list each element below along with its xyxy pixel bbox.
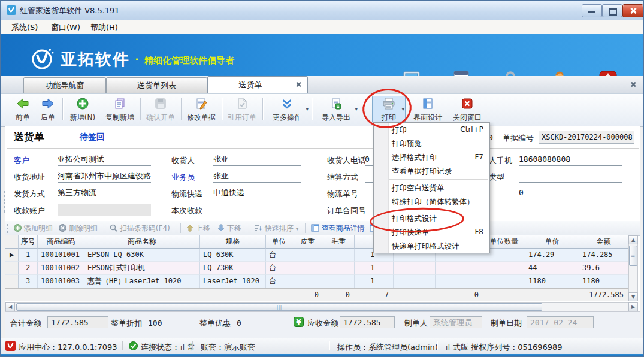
grid-cell[interactable] — [323, 262, 355, 275]
edit-doc-button[interactable]: 修改单据 — [183, 96, 220, 123]
ui-design-button[interactable]: 界面设计 — [409, 96, 446, 123]
grid-cell[interactable] — [266, 288, 292, 301]
grid-cell[interactable] — [394, 288, 436, 301]
grid-header-cell[interactable]: 序号 — [19, 235, 38, 249]
grid-header-cell[interactable]: 皮重 — [292, 235, 323, 249]
doc-no-value[interactable]: XSCKD-20170224-000008 — [539, 131, 634, 144]
vertical-scroll-thumb[interactable]: ≡ — [629, 246, 637, 266]
grid-cell[interactable] — [394, 275, 436, 288]
close-button[interactable] — [622, 4, 643, 17]
grid-cell[interactable] — [436, 262, 483, 275]
discount-field[interactable]: 100 — [148, 318, 188, 329]
maximize-button[interactable] — [602, 4, 622, 17]
grid-cell[interactable]: EPSON针式打印机 — [84, 262, 200, 275]
grid-cell[interactable]: 174.29 — [525, 249, 579, 262]
menu-item-special-print[interactable]: 特殊打印（简体转繁体） — [374, 195, 489, 208]
grid-cell[interactable]: LaserJet 1020 — [200, 275, 266, 288]
grid-cell[interactable] — [483, 262, 525, 275]
logistics-field[interactable]: 申通快递 — [213, 187, 301, 199]
grid-cell[interactable]: 1 — [19, 249, 38, 262]
grid-cell[interactable] — [323, 249, 355, 262]
grid-cell[interactable]: 台 — [266, 262, 292, 275]
grid-cell[interactable] — [483, 288, 525, 301]
grid-cell[interactable]: EPSON LQ-630K — [84, 249, 200, 262]
print-button[interactable]: 打印 ▾ — [372, 96, 406, 123]
grid-header-cell[interactable]: 毛重 — [323, 235, 355, 249]
menu-help[interactable]: 帮助(H) — [87, 22, 122, 34]
menu-item-print-blank-order[interactable]: 打印空白送货单 — [374, 181, 489, 195]
scroll-right-button[interactable]: ▶ — [628, 302, 638, 311]
total-amount-field[interactable]: 1772.585 — [47, 316, 108, 328]
menu-item-print-format-design[interactable]: 打印格式设计 — [374, 211, 489, 225]
grid-header-cell[interactable]: 单位 — [266, 235, 292, 249]
grid-cell[interactable]: 100101003 — [38, 275, 84, 288]
hidden-field-4[interactable] — [519, 204, 622, 216]
prev-doc-button[interactable]: 前单 — [10, 96, 35, 123]
quote-order-button[interactable]: 引用订单 — [223, 96, 261, 123]
import-export-button[interactable]: 导入导出 ▾ — [313, 96, 359, 123]
address-field[interactable]: 河南省郑州市中原区建设路 — [58, 170, 151, 183]
tabstrip-close-icon[interactable] — [629, 80, 637, 88]
grid-cell[interactable] — [394, 262, 436, 275]
grid-cell[interactable] — [84, 288, 200, 301]
scroll-left-button[interactable]: ◀ — [5, 302, 15, 311]
grid-cell[interactable]: 7 — [355, 288, 394, 301]
grid-cell[interactable]: 1 — [355, 275, 394, 288]
grid-cell[interactable]: 台 — [266, 275, 292, 288]
grid-cell[interactable] — [292, 249, 323, 262]
grid-cell[interactable]: 2 — [19, 262, 38, 275]
grid-cell[interactable] — [5, 288, 19, 301]
grid-header-cell[interactable]: 商品编码 — [38, 235, 84, 249]
tab-close-icon[interactable] — [294, 80, 302, 88]
grid-cell[interactable]: 39.6 — [579, 262, 628, 275]
grid-cell[interactable] — [525, 288, 579, 301]
grid-cell[interactable] — [292, 275, 323, 288]
type-field[interactable] — [519, 170, 622, 183]
grid-cell[interactable]: 100101002 — [38, 262, 84, 275]
delete-detail-button[interactable]: 删除明细 — [59, 223, 98, 234]
menu-item-select-format-print[interactable]: 选择格式打印F7 — [374, 150, 489, 164]
move-up-button[interactable]: 上移 — [186, 223, 210, 234]
copy-new-button[interactable]: 复制新增 — [101, 96, 138, 123]
grid-cell[interactable] — [200, 288, 266, 301]
grid-cell[interactable] — [436, 275, 483, 288]
salesman-label[interactable]: 业务员 — [171, 172, 195, 183]
quick-sort-button[interactable]: 快速排序 ▾ — [255, 223, 298, 234]
grid-cell[interactable]: 惠普（HP）LaserJet 1020 — [84, 275, 200, 288]
grid-header-cell[interactable]: 规格 — [200, 235, 266, 249]
close-window-button[interactable]: 关闭窗口 — [448, 96, 487, 123]
grid-cell[interactable]: 0 — [436, 288, 483, 301]
tab-delivery-list[interactable]: 送货单列表 — [106, 77, 207, 93]
customer-field[interactable]: 亚拓公司测试 — [58, 153, 151, 166]
table-row[interactable]: ▶1100101001EPSON LQ-630KLQ-630K台1174.291… — [5, 249, 628, 262]
reduction-field[interactable]: 0 — [237, 318, 275, 329]
add-detail-button[interactable]: 添加明细 — [14, 223, 53, 234]
grid-cell[interactable]: 1180 — [525, 275, 579, 288]
partial-hidden-field[interactable]: 0 — [488, 132, 500, 144]
salesman-field[interactable]: 张亚 — [213, 170, 301, 183]
grid-cell[interactable]: 台 — [266, 249, 292, 262]
more-actions-button[interactable]: 更多操作 ▾ — [264, 96, 310, 123]
grid-header-cell[interactable]: 金额 — [579, 235, 628, 249]
grid-cell[interactable]: 100101001 — [38, 249, 84, 262]
grid-cell[interactable] — [483, 275, 525, 288]
menu-item-print[interactable]: 打印Ctrl+P — [374, 123, 489, 137]
minimize-button[interactable] — [582, 4, 602, 17]
menu-item-print-express-sheet[interactable]: 打印快递单F8 — [374, 225, 489, 239]
hidden-field-3[interactable]: 0 — [519, 187, 622, 199]
receive-account-field[interactable] — [58, 204, 151, 216]
payment-now-field[interactable] — [213, 204, 301, 216]
view-product-detail-button[interactable]: 查看商品详情 — [311, 223, 365, 234]
customer-label[interactable]: 客户 — [14, 155, 29, 166]
menu-item-print-preview[interactable]: 打印预览 — [374, 137, 489, 150]
grid-cell[interactable]: 3 — [19, 275, 38, 288]
scroll-down-button[interactable]: ▼ — [628, 292, 638, 301]
menu-item-view-print-log[interactable]: 查看单据打印记录 — [374, 164, 489, 178]
new-doc-button[interactable]: 新增(N) — [64, 96, 101, 123]
grid-cell[interactable] — [323, 275, 355, 288]
ship-method-field[interactable]: 第三方物流 — [58, 187, 151, 199]
menu-system[interactable]: 系统(S) — [8, 22, 41, 34]
receiver-field[interactable]: 张亚 — [213, 153, 301, 166]
grid-cell[interactable]: 0 — [292, 288, 323, 301]
grid-cell[interactable]: 1772.585 — [579, 288, 628, 301]
